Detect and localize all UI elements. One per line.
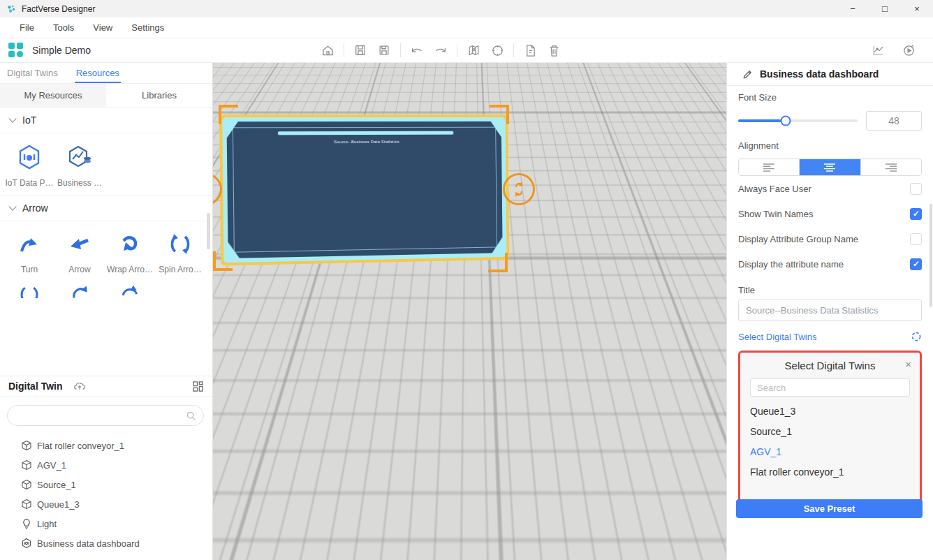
maximize-button[interactable]: □: [869, 0, 901, 17]
list-item-flat-roller-conveyor[interactable]: Flat roller conveyor_1: [0, 436, 212, 455]
resource-subtabs: My Resources Libraries: [0, 84, 212, 108]
align-right-icon[interactable]: [861, 159, 921, 175]
popup-item-queue[interactable]: Queue1_3: [750, 406, 910, 417]
select-digital-twins-link[interactable]: Select Digital Twins: [738, 332, 816, 342]
refresh-icon[interactable]: [911, 331, 922, 342]
toggle-show-twin-names: Show Twin Names: [738, 201, 922, 226]
save-icon[interactable]: [348, 41, 372, 59]
flip-vertical-handle-icon[interactable]: [503, 173, 535, 205]
resource-arrow-extra-3[interactable]: [105, 283, 155, 298]
home-icon[interactable]: [316, 41, 339, 59]
minimize-button[interactable]: −: [837, 0, 869, 17]
align-left-icon[interactable]: [739, 159, 800, 175]
list-item-source[interactable]: Source_1: [0, 475, 212, 494]
show-twin-names-checkbox[interactable]: [910, 208, 922, 220]
rotate-handle-icon[interactable]: [344, 81, 376, 113]
signal-tower-amber: [636, 192, 644, 200]
section-iot[interactable]: IoT: [0, 108, 212, 133]
selected-object-name: Business data dashboard: [760, 68, 879, 80]
circle-arrow-icon: [118, 283, 142, 298]
resource-wrap-arrow[interactable]: Wrap Arro…: [105, 231, 155, 274]
machine-window: [524, 279, 612, 358]
popup-item-flat-roller[interactable]: Flat roller conveyor_1: [750, 466, 910, 478]
dial-icon[interactable]: [485, 41, 509, 59]
menu-file[interactable]: File: [20, 22, 34, 33]
head-icon: [673, 93, 691, 117]
selection-bracket: [490, 105, 509, 124]
resource-spin-arrow[interactable]: Spin Arro…: [155, 231, 205, 274]
map-icon[interactable]: [462, 41, 485, 59]
select-digital-twins-popup: Select Digital Twins × Queue1_3 Source_1…: [738, 351, 922, 507]
digital-twin-search[interactable]: [7, 405, 204, 426]
subtab-libraries[interactable]: Libraries: [106, 84, 212, 107]
chart-icon[interactable]: [866, 41, 890, 59]
machine-base: [509, 405, 650, 416]
list-item-business-dashboard[interactable]: Business data dashboard: [0, 533, 212, 553]
view-right-button[interactable]: [705, 99, 717, 111]
properties-scrollbar[interactable]: [930, 204, 932, 307]
close-button[interactable]: ×: [901, 0, 933, 17]
iot-hexagon-icon: [15, 143, 43, 171]
redo-icon[interactable]: [429, 41, 453, 59]
resource-iot-data[interactable]: IoT Data P…: [4, 143, 54, 188]
viewport-3d-canvas[interactable]: 6m 5m -4m -3m: [213, 63, 726, 560]
app-window: FactVerse Designer − □ × File Tools View…: [0, 0, 933, 560]
font-size-slider[interactable]: [738, 119, 858, 122]
list-item-agv[interactable]: AGV_1: [0, 455, 212, 475]
flip-horizontal-handle-icon[interactable]: [344, 267, 376, 300]
sidebar-scrollbar[interactable]: [207, 213, 210, 249]
menu-tools[interactable]: Tools: [53, 22, 74, 33]
menu-view[interactable]: View: [93, 22, 112, 33]
resource-arrow-extra-1[interactable]: [4, 283, 54, 298]
close-icon[interactable]: ×: [905, 358, 911, 370]
iot-resource-grid: IoT Data P… Business …: [0, 133, 212, 196]
display-attribute-name-checkbox[interactable]: [910, 258, 922, 270]
list-item-queue[interactable]: Queue1_3: [0, 494, 212, 514]
floor-label: 5m: [424, 547, 445, 560]
tab-resources[interactable]: Resources: [75, 64, 121, 82]
view-down-button[interactable]: [677, 126, 689, 138]
bulb-icon: [21, 518, 32, 529]
section-arrow[interactable]: Arrow: [0, 196, 212, 221]
align-center-icon[interactable]: [800, 159, 860, 175]
subtab-my-resources[interactable]: My Resources: [0, 84, 106, 107]
machine-drawer: [515, 381, 576, 401]
font-size-value[interactable]: 48: [866, 111, 922, 131]
undo-icon[interactable]: [405, 41, 429, 59]
always-face-user-checkbox[interactable]: [910, 183, 922, 195]
nav-head-avatar[interactable]: [661, 82, 704, 127]
twin-name-badge[interactable]: Source_1: [548, 129, 600, 149]
save-as-icon[interactable]: [372, 41, 396, 59]
document-icon[interactable]: [518, 41, 542, 59]
resource-arrow[interactable]: Arrow: [54, 231, 105, 274]
menu-settings[interactable]: Settings: [131, 22, 164, 33]
keypad-icon[interactable]: [707, 125, 721, 138]
popup-search-input[interactable]: [750, 378, 910, 397]
preview-play-icon[interactable]: [897, 41, 920, 59]
grid-layout-icon[interactable]: [192, 381, 204, 392]
save-preset-button[interactable]: Save Preset: [736, 499, 923, 518]
floor-label: 6m: [295, 549, 316, 560]
pencil-icon[interactable]: [742, 69, 753, 80]
slider-fill: [738, 119, 786, 122]
signal-tower-pole: [638, 210, 642, 221]
circle-arrow-icon: [17, 283, 41, 298]
locate-icon[interactable]: [709, 71, 723, 84]
view-left-button[interactable]: [646, 99, 658, 111]
slider-knob[interactable]: [781, 116, 791, 126]
tab-digital-twins[interactable]: Digital Twins: [6, 64, 59, 82]
spin-arrow-icon: [167, 231, 193, 258]
trash-icon[interactable]: [542, 41, 566, 59]
view-up-button[interactable]: [677, 68, 689, 80]
search-input[interactable]: [15, 411, 186, 421]
resource-business-data[interactable]: Business …: [54, 143, 105, 188]
resource-turn[interactable]: Turn: [4, 231, 54, 274]
resource-arrow-extra-2[interactable]: [54, 283, 105, 298]
display-attribute-group-checkbox[interactable]: [910, 233, 922, 245]
title-input[interactable]: [738, 300, 922, 321]
popup-item-agv[interactable]: AGV_1: [750, 446, 910, 457]
cloud-upload-icon[interactable]: [73, 381, 87, 392]
list-item-light[interactable]: Light: [0, 514, 212, 533]
popup-item-source[interactable]: Source_1: [750, 426, 910, 437]
dashboard-billboard[interactable]: Source--Business Data Statistics: [219, 115, 509, 265]
